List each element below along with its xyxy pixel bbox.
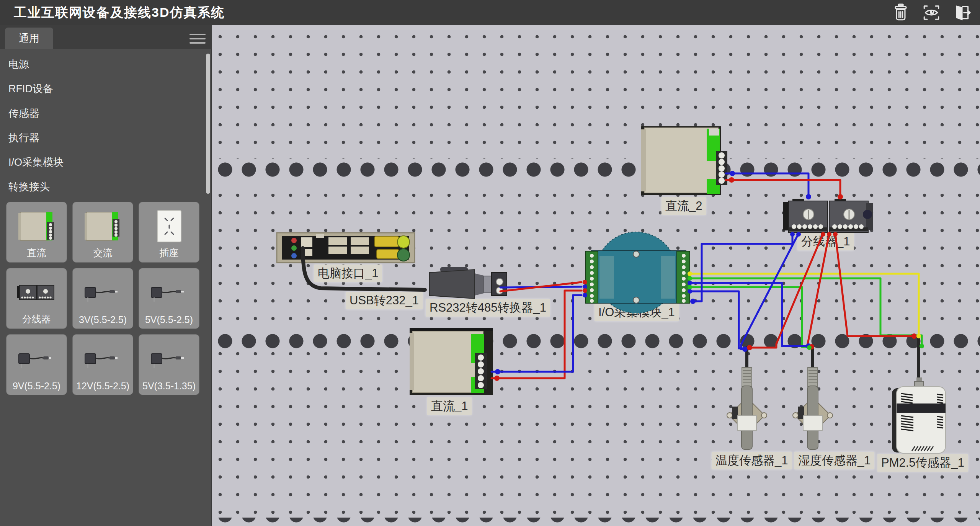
palette-item-socket[interactable]: 插座 (139, 202, 199, 263)
socket-icon (145, 209, 193, 246)
palette-item-dc[interactable]: 直流 (6, 202, 67, 263)
view-icon[interactable] (920, 3, 942, 22)
device-dc-supply-1[interactable] (410, 328, 493, 395)
device-label: 直流_1 (427, 397, 472, 415)
palette-item-9v[interactable]: 9V(5.5-2.5) (6, 334, 67, 395)
power-adapter-icon (145, 343, 193, 380)
palette-item-label: 3V(5.5-2.5) (79, 314, 127, 325)
ac-psu-icon (79, 209, 127, 246)
top-bar: 工业互联网设备及接线3D仿真系统 (0, 0, 980, 25)
palette-item-5v-slim[interactable]: 5V(3.5-1.35) (139, 334, 199, 395)
splitter-icon (13, 275, 61, 312)
exit-icon[interactable] (951, 3, 973, 22)
sidebar-item-actuators[interactable]: 执行器 (0, 126, 199, 150)
power-adapter-icon (79, 277, 127, 314)
pegboard-large-holes-row (212, 330, 980, 352)
palette-item-label: 5V(5.5-2.5) (145, 314, 193, 325)
pegboard-large-holes-row (212, 518, 980, 526)
sidebar-header: 通用 (0, 25, 212, 49)
pegboard-large-holes-row (212, 159, 980, 180)
palette-item-5v[interactable]: 5V(5.5-2.5) (139, 268, 199, 329)
device-label: PM2.5传感器_1 (877, 454, 968, 472)
device-label: 电脑接口_1 (314, 265, 382, 282)
dc-psu-icon (13, 209, 61, 246)
palette-item-label: 12V(5.5-2.5) (76, 381, 129, 392)
device-splitter-1[interactable] (783, 199, 873, 232)
category-menu: 电源 RFID设备 传感器 执行器 I/O采集模块 转换接头 (0, 52, 199, 199)
palette-item-label: 交流 (93, 247, 113, 259)
sidebar-item-io-modules[interactable]: I/O采集模块 (0, 150, 199, 175)
sidebar-item-power[interactable]: 电源 (0, 52, 199, 77)
device-label: 温度传感器_1 (712, 452, 792, 469)
palette-item-label: 5V(3.5-1.35) (142, 381, 196, 392)
palette-item-3v[interactable]: 3V(5.5-2.5) (72, 268, 133, 329)
device-label: 直流_2 (662, 197, 706, 215)
sidebar-item-rfid[interactable]: RFID设备 (0, 77, 199, 101)
app-title: 工业互联网设备及接线3D仿真系统 (14, 4, 225, 21)
device-palette: 直流 交流 插座 (6, 202, 199, 395)
device-label: USB转232_1 (346, 292, 423, 309)
menu-icon[interactable] (189, 34, 206, 44)
device-dc-supply-2[interactable] (641, 126, 727, 195)
palette-item-label: 插座 (160, 247, 179, 259)
sidebar-item-adapters[interactable]: 转换接头 (0, 175, 199, 199)
palette-item-label: 分线器 (22, 313, 51, 325)
device-label: 湿度传感器_1 (794, 452, 874, 469)
power-adapter-icon (13, 343, 61, 380)
palette-item-ac[interactable]: 交流 (72, 202, 133, 263)
sidebar-item-sensors[interactable]: 传感器 (0, 101, 199, 126)
device-label: 分线器_1 (797, 233, 854, 250)
delete-icon[interactable] (890, 3, 912, 22)
sidebar-scrollbar[interactable] (206, 54, 210, 194)
power-adapter-icon (145, 277, 193, 314)
device-computer-interface[interactable] (277, 233, 415, 263)
palette-item-splitter[interactable]: 分线器 (6, 268, 67, 329)
power-adapter-icon (79, 343, 127, 380)
palette-item-label: 9V(5.5-2.5) (13, 381, 60, 392)
tab-general[interactable]: 通用 (5, 28, 53, 49)
device-label: RS232转485转换器_1 (426, 299, 550, 317)
palette-item-12v[interactable]: 12V(5.5-2.5) (72, 334, 133, 395)
sidebar: 通用 电源 RFID设备 传感器 执行器 I/O采集模块 转换接头 直流 (0, 25, 212, 526)
palette-item-label: 直流 (27, 247, 46, 259)
